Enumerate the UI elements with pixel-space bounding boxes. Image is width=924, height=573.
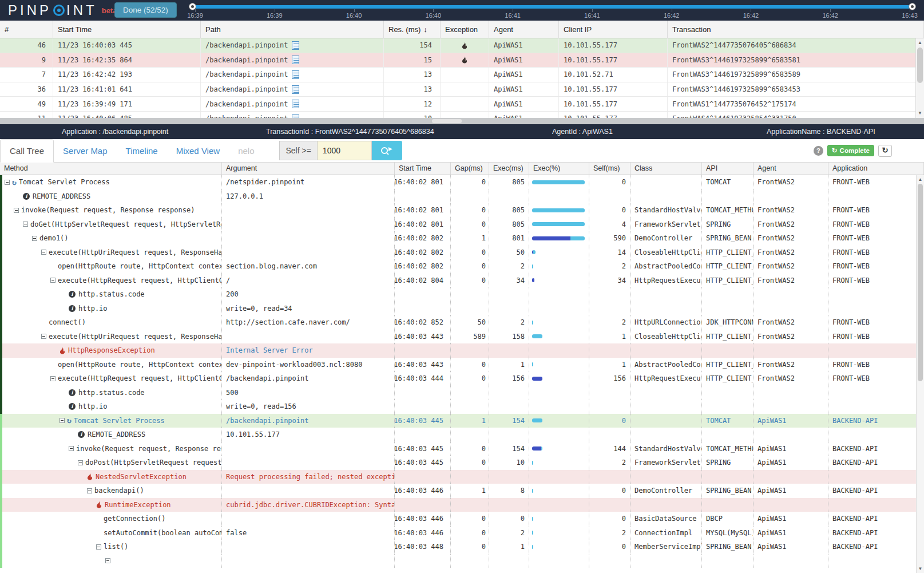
calltree-row[interactable]: execute(HttpUriRequest request, Response… <box>0 330 924 344</box>
tab-server-map[interactable]: Server Map <box>54 140 117 161</box>
tab-mixed-view[interactable]: Mixed View <box>167 140 229 161</box>
calltree-row[interactable]: ihttp.status.code500 <box>0 386 924 400</box>
collapse-toggle-icon[interactable] <box>87 488 92 493</box>
column-header-path[interactable]: Path <box>201 21 384 38</box>
reload-button[interactable]: ↻ <box>878 145 892 157</box>
calltree-row[interactable]: ihttp.iowrite=0, read=34 <box>0 302 924 316</box>
method-label: execute(HttpUriRequest request, Response… <box>49 248 221 256</box>
calltree-row[interactable]: open(HttpRoute route, HttpContext contex… <box>0 259 924 274</box>
calltree-row[interactable]: NestedServletExceptionRequest processing… <box>0 470 924 484</box>
calltree-row[interactable]: doGet(HttpServletRequest request, HttpSe… <box>0 218 924 232</box>
column-header-start-time[interactable]: Start Time <box>53 21 201 38</box>
calltree-row[interactable]: iREMOTE_ADDRESS127.0.0.1 <box>0 189 924 204</box>
collapse-toggle-icon[interactable] <box>78 460 83 465</box>
transactions-vertical-scrollbar[interactable]: ▲ ▼ <box>915 38 924 118</box>
calltree-method: ihttp.io <box>0 302 222 316</box>
transaction-row[interactable]: 3611/23 16:41:01 641/backendapi.pinpoint… <box>0 82 924 97</box>
collapse-toggle-icon[interactable] <box>14 208 19 213</box>
transactions-horizontal-scrollbar[interactable] <box>0 118 924 124</box>
tab-timeline[interactable]: Timeline <box>117 140 167 161</box>
calltree-gap-ms <box>451 498 489 512</box>
collapse-toggle-icon[interactable] <box>105 558 110 563</box>
collapse-toggle-icon[interactable] <box>23 222 28 227</box>
time-slider-right-handle[interactable] <box>909 3 916 10</box>
help-icon[interactable]: ? <box>814 146 823 156</box>
column-header-exception[interactable]: Exception <box>441 21 489 38</box>
calltree-gap-ms <box>451 287 489 302</box>
transaction-row[interactable]: 911/23 16:42:35 864/backendapi.pinpoint1… <box>0 53 924 68</box>
argument-label: write=0, read=156 <box>226 402 296 410</box>
detail-document-icon[interactable] <box>292 100 299 108</box>
calltree-row[interactable]: execute(HttpUriRequest request, Response… <box>0 246 924 260</box>
collapse-toggle-icon[interactable] <box>32 236 37 241</box>
calltree-row[interactable]: getConnection()16:40:03 446000BasicDataS… <box>0 512 924 526</box>
calltree-row[interactable]: open(HttpRoute route, HttpContext contex… <box>0 358 924 372</box>
calltree-row[interactable] <box>0 554 924 568</box>
collapse-toggle-icon[interactable] <box>60 418 65 423</box>
collapse-toggle-icon[interactable] <box>96 544 101 550</box>
calltree-row[interactable]: HttpResponseExceptionInternal Server Err… <box>0 343 924 358</box>
transaction-row[interactable]: 4911/23 16:39:49 171/backendapi.pinpoint… <box>0 97 924 112</box>
calltree-row[interactable]: ↻Tomcat Servlet Process/backendapi.pinpo… <box>0 414 924 428</box>
detail-document-icon[interactable] <box>292 85 299 94</box>
horizontal-scroll-thumb[interactable] <box>432 119 462 123</box>
calltree-row[interactable]: ihttp.iowrite=0, read=156 <box>0 400 924 414</box>
collapse-toggle-icon[interactable] <box>50 278 55 283</box>
transaction-row[interactable]: 4611/23 16:40:03 445/backendapi.pinpoint… <box>0 38 924 53</box>
tab-call-tree[interactable]: Call Tree <box>0 139 54 163</box>
done-button[interactable]: Done (52/52) <box>114 2 177 18</box>
column-header-transaction[interactable]: Transaction <box>668 21 924 38</box>
calltree-row[interactable]: doPost(HttpServletRequest request, HttpS… <box>0 456 924 470</box>
column-header-#[interactable]: # <box>0 21 53 38</box>
calltree-row[interactable]: ↻Tomcat Servlet Process/netspider.pinpoi… <box>0 175 924 189</box>
scroll-down-icon[interactable]: ▼ <box>917 565 924 572</box>
column-header-agent[interactable]: Agent <box>489 21 559 38</box>
search-button[interactable] <box>372 141 402 160</box>
calltree-vertical-scrollbar[interactable]: ▲ ▼ <box>916 175 924 573</box>
self-time-bar-segment <box>532 278 534 282</box>
collapse-toggle-icon[interactable] <box>50 376 55 381</box>
detail-document-icon[interactable] <box>292 56 299 64</box>
collapse-toggle-icon[interactable] <box>69 446 74 451</box>
calltree-row[interactable]: execute(HttpRequest request, HttpClientC… <box>0 372 924 386</box>
calltree-row[interactable]: iREMOTE_ADDRESS10.101.55.177 <box>0 428 924 442</box>
column-header-client-ip[interactable]: Client IP <box>559 21 668 38</box>
detail-document-icon[interactable] <box>292 70 299 79</box>
calltree-gap-ms: 0 <box>451 526 489 540</box>
calltree-exec-ms <box>489 554 529 568</box>
collapse-toggle-icon[interactable] <box>5 180 10 185</box>
time-slider-track <box>192 5 915 9</box>
transaction-row[interactable]: 1111/23 16:40:06 485/backendapi.pinpoint… <box>0 112 924 118</box>
scroll-up-icon[interactable]: ▲ <box>917 176 924 183</box>
calltree-exec-ms: 1 <box>489 540 529 554</box>
self-filter-input[interactable] <box>318 141 372 160</box>
calltree-row[interactable]: invoke(Request request, Response respons… <box>0 203 924 218</box>
transaction-num: 49 <box>0 97 53 111</box>
calltree-row[interactable]: connect()http://section.cafe.naver.com/1… <box>0 315 924 330</box>
detail-document-icon[interactable] <box>292 41 299 50</box>
scroll-up-icon[interactable]: ▲ <box>916 39 924 47</box>
calltree-agent <box>754 302 828 316</box>
calltree-class: BasicDataSource <box>630 512 702 526</box>
collapse-toggle-icon[interactable] <box>41 334 46 339</box>
complete-button[interactable]: ↻ Complete <box>827 145 874 156</box>
calltree-row[interactable]: RuntimeExceptioncubrid.jdbc.driver.CUBRI… <box>0 498 924 512</box>
calltree-start-time <box>395 386 451 400</box>
calltree-agent: FrontWAS2 <box>754 358 828 372</box>
calltree-row[interactable]: execute(HttpRequest request, HttpClientC… <box>0 274 924 288</box>
calltree-application: FRONT-WEB <box>828 231 924 246</box>
calltree-scroll-thumb[interactable] <box>918 184 923 381</box>
calltree-row[interactable]: list()16:40:03 448010MemberServiceImplSP… <box>0 540 924 554</box>
time-slider-left-handle[interactable] <box>189 3 196 10</box>
scroll-down-icon[interactable]: ▼ <box>916 109 924 117</box>
calltree-row[interactable]: demo1()16:40:02 8021801590DemoController… <box>0 231 924 246</box>
transaction-exception <box>441 97 489 111</box>
calltree-row[interactable]: ihttp.status.code200 <box>0 287 924 302</box>
calltree-row[interactable]: setAutoCommit(boolean autoCommitFlag)fal… <box>0 526 924 540</box>
calltree-row[interactable]: backendapi()16:40:03 446180DemoControlle… <box>0 484 924 498</box>
transaction-row[interactable]: 711/23 16:42:42 193/backendapi.pinpoint1… <box>0 68 924 82</box>
column-header-res-ms-[interactable]: Res. (ms)↓ <box>384 21 441 38</box>
collapse-toggle-icon[interactable] <box>41 250 46 255</box>
transactions-scroll-thumb[interactable] <box>917 48 923 83</box>
calltree-row[interactable]: invoke(Request request, Response respons… <box>0 442 924 456</box>
